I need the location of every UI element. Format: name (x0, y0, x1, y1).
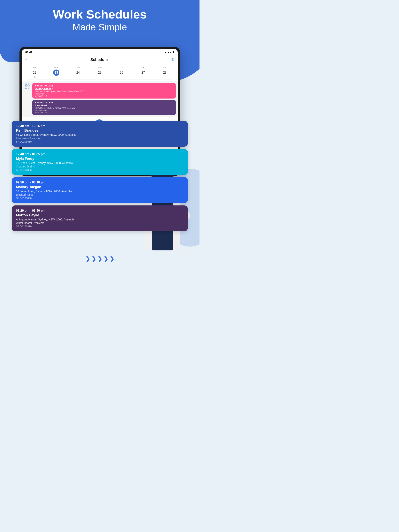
day-label-tue: Tue (76, 66, 80, 69)
appt-address-2: 15 Pall Street, Sydney, (NSW), 2000, Aus… (35, 107, 174, 109)
fc-name-1: Kelli Brandee (16, 128, 184, 133)
week-days-row: Sun 22 Mon 23 Tue 24 Wed 25 (24, 66, 176, 77)
day-label-sun: Sun (33, 66, 37, 69)
appt-time-2: 9.30 am - 10.15 am (35, 101, 174, 104)
appt-name-2: Alea Martin (35, 104, 174, 107)
day-label-fri: Fri (142, 66, 144, 69)
fc-name-2: Myla Ferdy (16, 157, 184, 161)
day-col-thu[interactable]: Thu 26 (116, 66, 127, 77)
appt-name-1: Laura Clarkson (35, 87, 174, 90)
day-dot-22 (34, 76, 35, 77)
date-label-side: 23 Mon (24, 83, 31, 115)
floating-card-4[interactable]: 03.20 pm - 03.40 pm Morton Haylie Arling… (12, 205, 188, 231)
day-number-24: 24 (75, 70, 81, 76)
header-section: Work Schedules Made Simple (0, 8, 200, 32)
day-col-sun[interactable]: Sun 22 (29, 66, 40, 77)
fc-address-3: 33 Laurel Lane, Sydney, NSW, 2000, Austr… (16, 190, 184, 193)
floating-card-3[interactable]: 02.50 pm - 03.10 pm Mallory Taegan 33 La… (12, 177, 188, 203)
chevron-3: ❯ (98, 256, 102, 262)
day-number-23: 23 (53, 70, 59, 76)
appt-issue-2: Blocked Toilet (35, 109, 174, 112)
day-col-fri[interactable]: Fri 27 (137, 66, 149, 77)
chevron-5: ❯ (110, 256, 114, 262)
floating-cards-container: 10.30 am - 12.15 pm Kelli Brandee 45 Wil… (12, 121, 188, 234)
calendar-divider (27, 79, 172, 79)
fc-address-4: Arlington Avenue, Sydney, NSW, 2000, Aus… (16, 218, 184, 221)
fc-time-4: 03.20 pm - 03.40 pm (16, 209, 184, 212)
fc-code-1: SRDC106860 (16, 140, 184, 143)
day-col-mon[interactable]: Mon 23 (51, 66, 62, 77)
status-icons: ▲ ▲▲ ▮ (164, 51, 174, 54)
fc-time-1: 10.30 am - 12.15 pm (16, 124, 184, 128)
page-title-line1: Work Schedules (0, 8, 200, 21)
floating-card-2[interactable]: 12.40 pm - 01.35 pm Myla Ferdy 11 Broad … (12, 149, 188, 175)
appt-issue-1: Leaky Pipe (35, 93, 174, 95)
current-date-day: Mon (25, 87, 29, 89)
current-date-num: 23 (25, 83, 30, 87)
fc-issue-4: Water Heater Problems (16, 222, 184, 225)
day-col-sat[interactable]: Sat 28 (159, 66, 171, 77)
chevron-1: ❯ (85, 256, 90, 262)
appointment-card-1[interactable]: 8.00 am - 09.15 am Laura Clarkson 25 Oce… (32, 83, 176, 99)
fc-name-3: Mallory Taegan (16, 185, 184, 189)
day-number-22: 22 (32, 70, 38, 76)
floating-card-1[interactable]: 10.30 am - 12.15 pm Kelli Brandee 45 Wil… (12, 121, 188, 147)
fc-code-3: SRDC106866 (16, 197, 184, 200)
fc-address-2: 11 Broad Street, Sydney, NSW, 2000, Aust… (16, 161, 184, 165)
day-label-thu: Thu (120, 66, 123, 69)
fc-name-4: Morton Haylie (16, 213, 184, 217)
fc-issue-2: Clogged Drains (16, 165, 184, 168)
day-label-wed: Wed (98, 66, 102, 69)
chevron-2: ❯ (91, 256, 96, 262)
fc-time-3: 02.50 pm - 03.10 pm (16, 181, 184, 184)
appt-code-2: SRDC106755 (35, 112, 174, 114)
status-bar: 09:41 ▲ ▲▲ ▮ (22, 49, 178, 55)
fc-code-2: SRDC106863 (16, 168, 184, 171)
day-col-tue[interactable]: Tue 24 (72, 66, 84, 77)
battery-icon: ▮ (173, 51, 174, 54)
day-number-28: 28 (162, 70, 168, 76)
appt-time-1: 8.00 am - 09.15 am (35, 84, 174, 87)
app-title: Schedule (90, 57, 108, 62)
schedule-content: 23 Mon 8.00 am - 09.15 am Laura Clarkson… (22, 81, 178, 117)
status-time: 09:41 (25, 51, 32, 54)
calendar-week: Sun 22 Mon 23 Tue 24 Wed 25 (22, 64, 178, 81)
chevron-4: ❯ (104, 256, 108, 262)
hamburger-icon[interactable]: ≡ (25, 58, 27, 62)
appointments-list-inline: 8.00 am - 09.15 am Laura Clarkson 25 Oce… (32, 83, 176, 115)
wifi-icon: ▲ (164, 51, 167, 54)
fc-issue-1: Low Water Pressure (16, 137, 184, 140)
fc-time-2: 12.40 pm - 01.35 pm (16, 152, 184, 156)
day-label-mon: Mon (54, 66, 58, 69)
signal-icon: ▲▲ (167, 51, 172, 54)
fc-issue-3: Blocked Toilet (16, 193, 184, 196)
app-header: ≡ Schedule ⓘ (22, 55, 178, 64)
page-title-line2: Made Simple (0, 22, 200, 32)
day-number-26: 26 (118, 70, 124, 76)
fc-code-4: SRDC106870 (16, 225, 184, 228)
day-number-27: 27 (140, 70, 146, 76)
fc-address-1: 45 Williams Street, Sydney, NSW, 2000, A… (16, 133, 184, 136)
appt-address-1: 25 Ocean Street, Sydney, New South Wales… (35, 90, 174, 93)
day-label-sat: Sat (163, 66, 167, 69)
day-number-25: 25 (97, 70, 103, 76)
appt-code-1: SRDC106773 (35, 95, 174, 97)
info-icon[interactable]: ⓘ (171, 57, 174, 62)
appointment-card-2[interactable]: 9.30 am - 10.15 am Alea Martin 15 Pall S… (32, 100, 176, 115)
day-col-wed[interactable]: Wed 25 (94, 66, 106, 77)
chevrons-row: ❯ ❯ ❯ ❯ ❯ (85, 256, 114, 262)
